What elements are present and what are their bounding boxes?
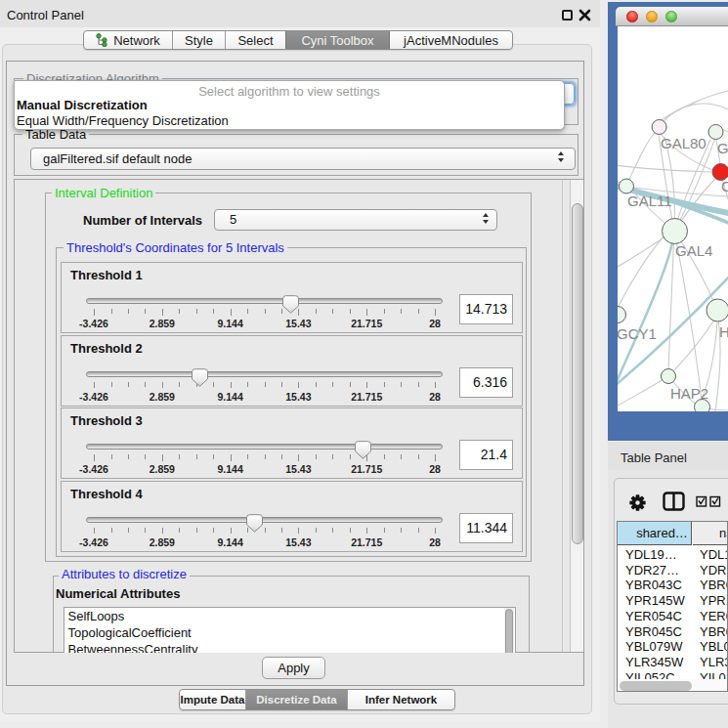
svg-text:GAL80: GAL80 xyxy=(661,135,707,151)
svg-text:GAL11: GAL11 xyxy=(627,193,672,209)
svg-text:GCY1: GCY1 xyxy=(618,325,657,342)
svg-text:HA: HA xyxy=(719,323,728,340)
svg-text:GAL4: GAL4 xyxy=(675,242,712,259)
svg-text:GAL1: GAL1 xyxy=(717,140,728,156)
svg-text:CRP: CRP xyxy=(721,178,728,194)
svg-text:HAP2: HAP2 xyxy=(670,385,708,402)
